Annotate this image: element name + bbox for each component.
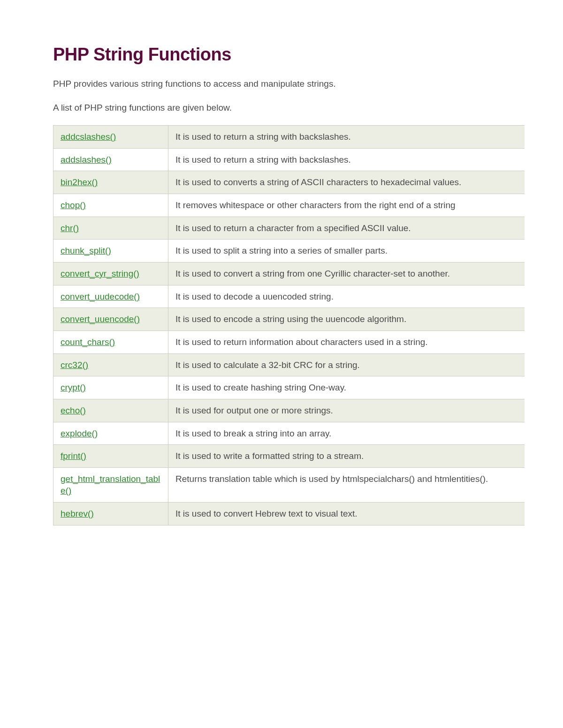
functions-table-wrapper: addcslashes() It is used to return a str…	[53, 125, 525, 525]
function-link[interactable]: chunk_split()	[61, 246, 111, 255]
table-row: crypt() It is used to create hashing str…	[53, 376, 525, 399]
function-link[interactable]: chop()	[61, 200, 86, 210]
function-link[interactable]: count_chars()	[61, 337, 115, 347]
function-link[interactable]: addslashes()	[61, 155, 112, 165]
function-link[interactable]: convert_uudecode()	[61, 292, 140, 301]
function-link[interactable]: get_html_translation_table()	[61, 474, 160, 496]
functions-table: addcslashes() It is used to return a str…	[53, 125, 525, 525]
table-row: crc32() It is used to calculate a 32-bit…	[53, 353, 525, 376]
function-description: It is used to return information about c…	[168, 330, 525, 353]
function-description: It is used to decode a uuencoded string.	[168, 285, 525, 308]
table-row: chr() It is used to return a character f…	[53, 217, 525, 240]
function-link[interactable]: addcslashes()	[61, 132, 116, 142]
function-description: It is used to convert Hebrew text to vis…	[168, 503, 525, 525]
function-link[interactable]: convert_cyr_string()	[61, 269, 139, 278]
table-row: chunk_split() It is used to split a stri…	[53, 240, 525, 263]
function-description: It is used to return a string with backs…	[168, 126, 525, 149]
function-link[interactable]: fprint()	[61, 451, 86, 461]
table-row: echo() It is used for output one or more…	[53, 399, 525, 422]
function-description: It is used to return a character from a …	[168, 217, 525, 240]
table-row: hebrev() It is used to convert Hebrew te…	[53, 503, 525, 525]
table-row: fprint() It is used to write a formatted…	[53, 445, 525, 468]
function-description: It is used to write a formatted string t…	[168, 445, 525, 468]
function-description: It is used to return a string with backs…	[168, 148, 525, 171]
function-description: It removes whitespace or other character…	[168, 194, 525, 217]
function-description: It is used to encode a string using the …	[168, 308, 525, 331]
function-link[interactable]: convert_uuencode()	[61, 314, 140, 324]
table-row: explode() It is used to break a string i…	[53, 422, 525, 445]
table-row: addcslashes() It is used to return a str…	[53, 126, 525, 149]
function-link[interactable]: explode()	[61, 428, 98, 438]
function-description: It is used to calculate a 32-bit CRC for…	[168, 353, 525, 376]
function-link[interactable]: chr()	[61, 223, 79, 233]
table-row: chop() It removes whitespace or other ch…	[53, 194, 525, 217]
table-row: bin2hex() It is used to converts a strin…	[53, 171, 525, 194]
function-link[interactable]: echo()	[61, 405, 86, 415]
function-link[interactable]: crypt()	[61, 383, 86, 392]
function-link[interactable]: hebrev()	[61, 509, 94, 518]
table-row: convert_uudecode() It is used to decode …	[53, 285, 525, 308]
page-title: PHP String Functions	[53, 45, 563, 65]
function-description: Returns translation table which is used …	[168, 467, 525, 502]
table-row: addslashes() It is used to return a stri…	[53, 148, 525, 171]
function-description: It is used to create hashing string One-…	[168, 376, 525, 399]
function-description: It is used to split a string into a seri…	[168, 240, 525, 263]
table-row: convert_uuencode() It is used to encode …	[53, 308, 525, 331]
table-row: get_html_translation_table() Returns tra…	[53, 467, 525, 502]
function-description: It is used to converts a string of ASCII…	[168, 171, 525, 194]
table-row: count_chars() It is used to return infor…	[53, 330, 525, 353]
function-description: It is used to break a string into an arr…	[168, 422, 525, 445]
function-description: It is used to convert a string from one …	[168, 263, 525, 285]
function-link[interactable]: bin2hex()	[61, 177, 98, 187]
intro-paragraph-2: A list of PHP string functions are given…	[53, 102, 563, 114]
function-link[interactable]: crc32()	[61, 360, 88, 370]
function-description: It is used for output one or more string…	[168, 399, 525, 422]
intro-paragraph-1: PHP provides various string functions to…	[53, 78, 563, 90]
table-row: convert_cyr_string() It is used to conve…	[53, 263, 525, 285]
